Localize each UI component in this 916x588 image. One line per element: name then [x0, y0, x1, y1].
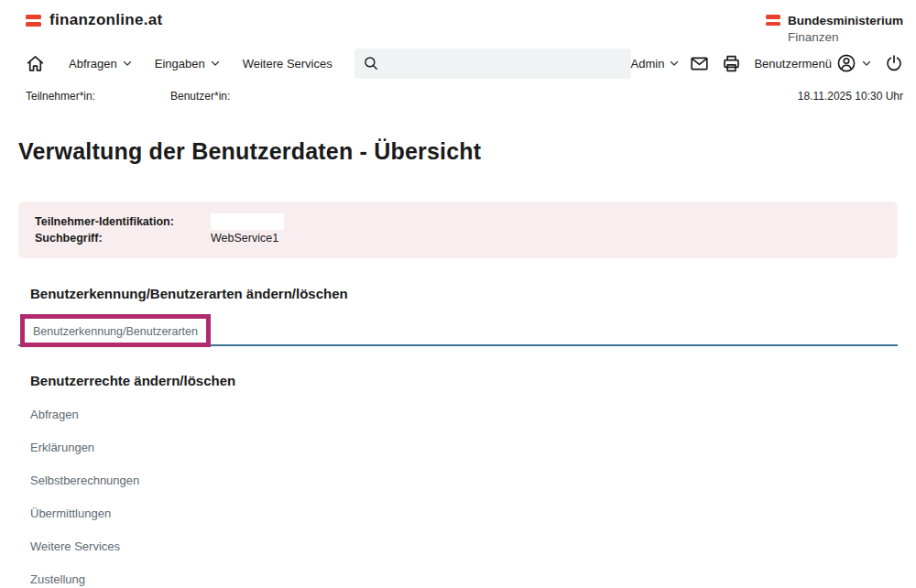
link-zustellung[interactable]: Zustellung	[30, 572, 85, 586]
nav-item-weitere-services[interactable]: Weitere Services	[243, 57, 333, 71]
header: finanzonline.at Bundesministerium Finanz…	[0, 0, 916, 42]
benutzerrechte-link-list: Abfragen Erklärungen Selbstberechnungen …	[30, 397, 898, 588]
user-menu-label: Benutzermenü	[754, 57, 832, 71]
suchbegriff-value: WebService1	[211, 232, 278, 245]
section-heading-benutzerkennung: Benutzerkennung/Benutzerarten ändern/lös…	[30, 286, 898, 301]
session-meta-row: Teilnehmer*in: Benutzer*in: 18.11.2025 1…	[0, 85, 916, 107]
brand-name: finanzonline.at	[49, 11, 163, 29]
list-item: Erklärungen	[30, 430, 898, 463]
ministry-line1: Bundesministerium	[788, 13, 903, 29]
link-abfragen[interactable]: Abfragen	[30, 408, 79, 421]
home-icon[interactable]	[26, 54, 45, 73]
datetime-display: 18.11.2025 10:30 Uhr	[798, 90, 903, 103]
austria-flag-icon	[766, 15, 780, 26]
search-input[interactable]	[385, 57, 623, 71]
chevron-down-icon	[210, 58, 221, 69]
nav-item-eingaben[interactable]: Eingaben	[155, 57, 221, 71]
list-item: Selbstberechnungen	[30, 463, 898, 496]
list-item: Weitere Services	[30, 529, 898, 562]
benutzerkennung-link-row: Benutzerkennung/Benutzerarten	[18, 314, 898, 346]
print-icon[interactable]	[722, 54, 741, 73]
link-selbstberechnungen[interactable]: Selbstberechnungen	[30, 474, 139, 487]
chevron-down-icon	[669, 58, 680, 69]
nav-item-label: Abfragen	[69, 57, 117, 71]
redacted-value-box	[211, 213, 284, 230]
page-title: Verwaltung der Benutzerdaten - Übersicht	[18, 138, 898, 165]
link-erklaerungen[interactable]: Erklärungen	[30, 441, 94, 454]
chevron-down-icon	[122, 58, 133, 69]
ministry-line2: Finanzen	[788, 29, 903, 46]
ministry-logo: Bundesministerium Finanzen	[766, 11, 903, 45]
link-weitere-services[interactable]: Weitere Services	[30, 539, 120, 553]
section-heading-benutzerrechte: Benutzerrechte ändern/löschen	[30, 373, 898, 388]
link-uebermittlungen[interactable]: Übermittlungen	[30, 506, 111, 520]
search-icon	[363, 55, 379, 71]
admin-menu[interactable]: Admin	[631, 57, 681, 71]
finanzonline-logo[interactable]: finanzonline.at	[26, 11, 163, 29]
participant-info-box: Teilnehmer-Identifikation: Suchbegriff: …	[18, 201, 898, 258]
chevron-down-icon	[861, 58, 872, 69]
annotation-highlight-box: Benutzerkennung/Benutzerarten	[20, 314, 211, 347]
admin-menu-label: Admin	[631, 57, 665, 71]
nav-item-label: Eingaben	[155, 57, 205, 71]
logout-power-icon[interactable]	[885, 54, 903, 72]
info-label-teilnehmer-identifikation: Teilnehmer-Identifikation:	[35, 215, 211, 228]
mail-icon[interactable]	[690, 54, 709, 73]
list-item: Übermittlungen	[30, 496, 898, 529]
nav-item-abfragen[interactable]: Abfragen	[69, 57, 133, 71]
list-item: Zustellung	[30, 562, 898, 588]
navbar-right: Admin Benutzermenü	[631, 53, 903, 73]
nav-item-label: Weitere Services	[243, 57, 333, 71]
user-label: Benutzer*in:	[170, 90, 230, 103]
participant-label: Teilnehmer*in:	[26, 90, 95, 103]
search-bar[interactable]	[354, 49, 631, 79]
list-item: Abfragen	[30, 397, 898, 430]
user-avatar-icon	[836, 53, 856, 73]
user-menu[interactable]: Benutzermenü	[754, 53, 872, 73]
main-navbar: Abfragen Eingaben Weitere Services Admin	[0, 47, 916, 80]
link-benutzerkennung-benutzerarten[interactable]: Benutzerkennung/Benutzerarten	[33, 325, 198, 338]
austria-flag-icon	[26, 15, 41, 27]
info-label-suchbegriff: Suchbegriff:	[35, 232, 211, 245]
